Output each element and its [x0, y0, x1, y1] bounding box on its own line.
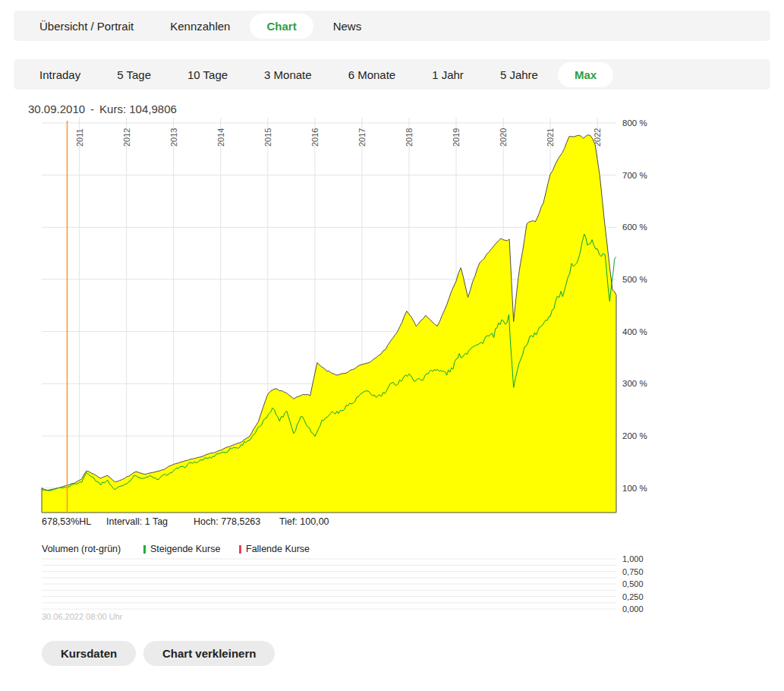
x-axis-year-label: 2019 [452, 128, 461, 147]
tab-news[interactable]: News [316, 14, 379, 39]
volume-title: Volumen (rot-grün) [42, 544, 121, 554]
crosshair-readout: 30.09.2010-Kurs: 104,9806 [28, 103, 177, 115]
x-axis-year-label: 2016 [310, 128, 320, 147]
range-1-jahr[interactable]: 1 Jahr [415, 62, 480, 87]
page-tabs: Übersicht / Portrait Kennzahlen Chart Ne… [14, 11, 770, 41]
y-axis-label: 800 % [622, 118, 647, 128]
volume-grid: 1,0000,7500,5000,2500,000 [42, 554, 644, 614]
range-selector: Intraday 5 Tage 10 Tage 3 Monate 6 Monat… [14, 59, 770, 90]
volume-axis-label: 0,000 [622, 604, 644, 614]
x-axis-year-label: 2012 [122, 128, 131, 147]
volume-timestamp: 30.06.2022 08:00 Uhr [42, 612, 122, 621]
chart-verkleinern-button[interactable]: Chart verkleinern [143, 641, 275, 666]
stat-interval: Intervall: 1 Tag [106, 516, 168, 527]
volume-up-bar-icon [143, 545, 146, 554]
stat-low: Tief: 100,00 [279, 516, 329, 527]
crosshair-price: Kurs: 104,9806 [99, 103, 177, 115]
tab-kennzahlen[interactable]: Kennzahlen [153, 14, 247, 39]
volume-axis-label: 1,000 [622, 554, 644, 563]
y-axis-label: 700 % [622, 171, 647, 180]
volume-down-bar-icon [239, 545, 241, 554]
range-6-monate[interactable]: 6 Monate [332, 62, 413, 87]
y-axis-label: 300 % [622, 379, 647, 388]
stat-high: Hoch: 778,5263 [194, 516, 260, 527]
tab-chart[interactable]: Chart [250, 14, 313, 39]
range-intraday[interactable]: Intraday [23, 62, 97, 87]
range-3-monate[interactable]: 3 Monate [247, 62, 329, 87]
stat-hl-span: 678,53%HL [42, 516, 91, 527]
y-axis-label: 100 % [622, 484, 647, 493]
crosshair-separator: - [90, 103, 94, 115]
price-chart[interactable]: 800 %700 %600 %500 %400 %300 %200 %100 %… [0, 0, 784, 630]
volume-down-label: Fallende Kurse [246, 544, 310, 554]
max-area-series [42, 135, 616, 513]
x-axis-year-label: 2014 [216, 128, 225, 147]
volume-axis-label: 0,500 [622, 579, 644, 588]
volume-axis-label: 0,750 [622, 567, 644, 576]
x-axis-year-label: 2021 [546, 128, 555, 147]
crosshair-date: 30.09.2010 [28, 103, 85, 115]
y-axis-label: 500 % [622, 275, 647, 284]
x-axis-year-label: 2017 [357, 128, 367, 147]
y-axis-label: 200 % [622, 431, 647, 440]
x-axis-year-label: 2018 [405, 128, 414, 147]
x-axis-year-label: 2020 [499, 128, 508, 147]
range-5-tage[interactable]: 5 Tage [100, 62, 168, 87]
range-10-tage[interactable]: 10 Tage [171, 62, 244, 87]
x-axis-year-label: 2011 [75, 128, 84, 147]
volume-up-label: Steigende Kurse [150, 544, 220, 554]
kursdaten-button[interactable]: Kursdaten [42, 641, 136, 666]
range-5-jahre[interactable]: 5 Jahre [483, 62, 555, 87]
x-axis-year-label: 2015 [263, 128, 272, 147]
tab-uebersicht-portrait[interactable]: Übersicht / Portrait [23, 14, 150, 39]
y-axis-label: 600 % [622, 222, 647, 232]
x-axis-year-label: 2013 [169, 128, 178, 147]
y-axis-label: 400 % [622, 327, 647, 336]
range-max[interactable]: Max [558, 62, 613, 87]
volume-axis-label: 0,250 [622, 592, 644, 601]
